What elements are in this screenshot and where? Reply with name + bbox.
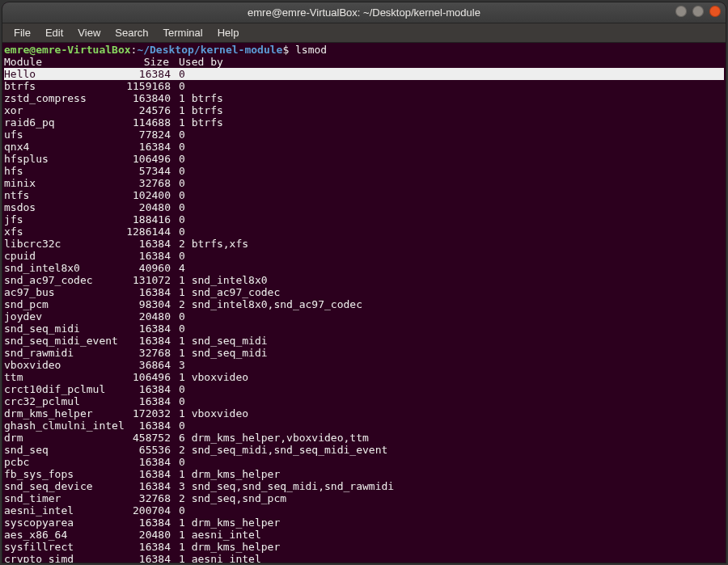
module-row: hfs573440 <box>4 165 724 177</box>
module-size: 24576 <box>106 104 171 116</box>
module-name: fb_sys_fops <box>4 468 106 480</box>
module-size: 16384 <box>106 456 171 468</box>
module-used: 1 drm_kms_helper <box>171 541 280 553</box>
module-used: 0 <box>171 165 185 177</box>
module-name: snd_seq <box>4 444 106 456</box>
module-name: crypto_simd <box>4 553 106 563</box>
module-size: 16384 <box>106 286 171 298</box>
module-used: 1 vboxvideo <box>171 371 248 383</box>
module-size: 20480 <box>106 529 171 541</box>
module-used: 0 <box>171 189 185 201</box>
menu-search[interactable]: Search <box>108 25 154 40</box>
module-used: 0 <box>171 153 185 165</box>
menu-file[interactable]: File <box>7 25 37 40</box>
module-row: snd_rawmidi327681 snd_seq_midi <box>4 347 724 359</box>
titlebar[interactable]: emre@emre-VirtualBox: ~/Desktop/kernel-m… <box>2 2 726 23</box>
module-row: joydev204800 <box>4 310 724 323</box>
prompt-dollar: $ <box>282 44 295 56</box>
module-name: jfs <box>4 213 106 226</box>
module-row: Hello163840 <box>4 68 724 80</box>
module-size: 16384 <box>106 517 171 529</box>
module-used: 0 <box>171 201 185 213</box>
module-used: 0 <box>171 213 185 226</box>
module-name: zstd_compress <box>4 92 106 104</box>
module-used: 1 vboxvideo <box>171 407 248 420</box>
module-row: fb_sys_fops163841 drm_kms_helper <box>4 468 724 480</box>
module-size: 16384 <box>106 553 171 563</box>
module-used: 1 aesni_intel <box>171 529 261 541</box>
module-row: cpuid163840 <box>4 250 724 262</box>
module-name: raid6_pq <box>4 116 106 129</box>
module-name: drm <box>4 432 106 444</box>
module-name: drm_kms_helper <box>4 407 106 420</box>
module-row: ghash_clmulni_intel163840 <box>4 420 724 432</box>
module-name: ufs <box>4 129 106 141</box>
module-name: ac97_bus <box>4 286 106 298</box>
module-size: 16384 <box>106 395 171 407</box>
terminal-window: emre@emre-VirtualBox: ~/Desktop/kernel-m… <box>2 2 726 563</box>
module-size: 16384 <box>106 250 171 262</box>
module-name: hfs <box>4 165 106 177</box>
module-name: vboxvideo <box>4 359 106 371</box>
module-size: 458752 <box>106 432 171 444</box>
module-row: libcrc32c163842 btrfs,xfs <box>4 238 724 250</box>
module-size: 16384 <box>106 383 171 395</box>
module-name: ttm <box>4 371 106 383</box>
module-size: 16384 <box>106 68 171 80</box>
module-size: 16384 <box>106 323 171 335</box>
module-used: 1 snd_ac97_codec <box>171 286 280 298</box>
module-row: drm_kms_helper1720321 vboxvideo <box>4 407 724 420</box>
module-size: 57344 <box>106 165 171 177</box>
module-size: 106496 <box>106 153 171 165</box>
module-row: drm4587526 drm_kms_helper,vboxvideo,ttm <box>4 432 724 444</box>
module-used: 6 drm_kms_helper,vboxvideo,ttm <box>171 432 369 444</box>
module-row: raid6_pq1146881 btrfs <box>4 116 724 129</box>
module-name: joydev <box>4 310 106 323</box>
module-name: snd_ac97_codec <box>4 274 106 286</box>
menu-terminal[interactable]: Terminal <box>157 25 210 40</box>
module-size: 106496 <box>106 371 171 383</box>
module-used: 2 btrfs,xfs <box>171 238 248 250</box>
module-used: 0 <box>171 177 185 189</box>
module-size: 1286144 <box>106 226 171 238</box>
menu-edit[interactable]: Edit <box>39 25 70 40</box>
module-row: vboxvideo368643 <box>4 359 724 371</box>
module-used: 1 snd_seq_midi <box>171 335 268 347</box>
module-size: 16384 <box>106 480 171 492</box>
module-used: 1 aesni_intel <box>171 553 261 563</box>
module-row: crypto_simd163841 aesni_intel <box>4 553 724 563</box>
module-name: Hello <box>4 68 106 80</box>
module-row: ttm1064961 vboxvideo <box>4 371 724 383</box>
module-size: 98304 <box>106 298 171 310</box>
module-row: zstd_compress1638401 btrfs <box>4 92 724 104</box>
module-row: btrfs11591680 <box>4 80 724 92</box>
module-size: 16384 <box>106 238 171 250</box>
module-row: xor245761 btrfs <box>4 104 724 116</box>
module-name: snd_timer <box>4 492 106 504</box>
module-used: 1 btrfs <box>171 116 223 129</box>
maximize-icon[interactable] <box>692 6 704 17</box>
module-used: 0 <box>171 250 185 262</box>
module-name: aes_x86_64 <box>4 529 106 541</box>
module-row: minix327680 <box>4 177 724 189</box>
module-size: 16384 <box>106 420 171 432</box>
hdr-size: Size <box>106 56 171 68</box>
module-name: minix <box>4 177 106 189</box>
module-name: snd_intel8x0 <box>4 262 106 274</box>
module-row: snd_pcm983042 snd_intel8x0,snd_ac97_code… <box>4 298 724 310</box>
lsmod-header: ModuleSizeUsed by <box>4 56 724 68</box>
menu-view[interactable]: View <box>71 25 107 40</box>
close-icon[interactable] <box>709 6 721 17</box>
module-row: snd_intel8x0409604 <box>4 262 724 274</box>
module-size: 200704 <box>106 504 171 517</box>
minimize-icon[interactable] <box>675 6 687 17</box>
module-row: snd_seq_midi163840 <box>4 323 724 335</box>
terminal-output[interactable]: emre@emre-VirtualBox:~/Desktop/kernel-mo… <box>2 43 726 563</box>
module-used: 1 btrfs <box>171 92 223 104</box>
module-used: 1 snd_seq_midi <box>171 347 268 359</box>
module-used: 1 drm_kms_helper <box>171 468 280 480</box>
prompt-command: lsmod <box>295 44 327 56</box>
menu-help[interactable]: Help <box>211 25 246 40</box>
module-used: 4 <box>171 262 185 274</box>
module-row: crc32_pclmul163840 <box>4 395 724 407</box>
